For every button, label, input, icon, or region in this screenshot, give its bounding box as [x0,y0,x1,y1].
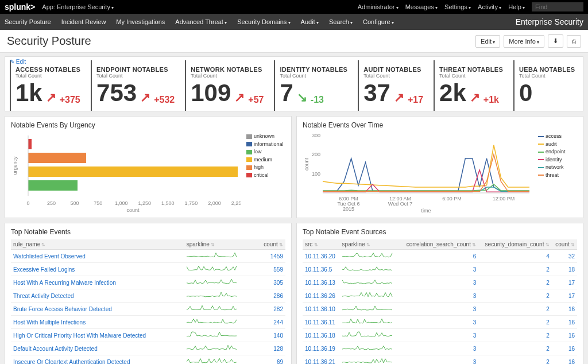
sparkline-cell [340,303,400,316]
nav-configure[interactable]: Configure [363,18,394,25]
col-header[interactable]: correlation_search_count [400,239,479,250]
logo[interactable]: splunk> [5,2,35,11]
rule-name[interactable]: Host With Multiple Infections [11,316,184,329]
table-row[interactable]: Insecure Or Cleartext Authentication Det… [11,355,285,365]
col-header[interactable]: src [303,239,340,250]
src-cell[interactable]: 10.11.36.21 [303,355,340,365]
kpi-card[interactable]: AUDIT NOTABLES Total Count 37 ↗ +17 [358,60,423,111]
src-cell[interactable]: 10.11.36.11 [303,316,340,329]
download-icon[interactable]: ⬇ [548,34,563,48]
table-row[interactable]: 10.11.36.10 3 2 16 [303,303,577,316]
table-row[interactable]: Host With A Recurring Malware Infection … [11,276,285,289]
src-cell[interactable]: 10.11.36.26 [303,289,340,303]
table-top-events: Top Notable Events rule_namesparklinecou… [5,223,292,364]
rule-name[interactable]: Threat Activity Detected [11,289,184,303]
table-row[interactable]: 10.11.36.20 6 4 32 [303,250,577,263]
rule-name[interactable]: Excessive Failed Logins [11,263,184,276]
table-row[interactable]: 10.11.36.19 3 2 16 [303,342,577,355]
top-activity[interactable]: Activity [478,3,501,10]
table-row[interactable]: 10.11.36.21 3 2 16 [303,355,577,365]
kpi-value: 2k [439,81,466,105]
top-help[interactable]: Help [508,3,525,10]
kpi-card[interactable]: ENDPOINT NOTABLES Total Count 753 ↗ +532 [91,60,175,111]
table-row[interactable]: 10.11.36.13 3 2 17 [303,276,577,289]
chart-overtime[interactable]: Notable Events Over Time 100200300count6… [296,116,583,218]
svg-text:1,750: 1,750 [185,200,198,206]
app-navbar: Security Posture Incident Review My Inve… [0,14,588,30]
rule-name[interactable]: Insecure Or Cleartext Authentication Det… [11,355,184,365]
sparkline-cell [340,250,400,263]
table-row[interactable]: High Or Critical Priority Host With Malw… [11,329,285,342]
kpi-title: ACCESS NOTABLES [16,66,80,73]
print-icon[interactable]: ⎙ [567,35,581,48]
trend-arrow-icon: ↗ [234,90,245,105]
top-admin[interactable]: Administrator [358,3,399,10]
table-row[interactable]: 10.11.36.5 3 2 18 [303,263,577,276]
sdc-cell: 2 [478,342,552,355]
table-row[interactable]: Threat Activity Detected 286 [11,289,285,303]
more-info-button[interactable]: More Info [504,35,544,48]
top-messages[interactable]: Messages [405,3,438,10]
sparkline-cell [184,263,256,276]
table-row[interactable]: 10.11.36.11 3 2 16 [303,316,577,329]
src-cell[interactable]: 10.11.36.20 [303,250,340,263]
col-header[interactable]: security_domain_count [478,239,552,250]
kpi-delta: +375 [60,95,80,105]
table-row[interactable]: Host With Multiple Infections 244 [11,316,285,329]
count-cell: 140 [255,329,285,342]
rule-name[interactable]: Brute Force Access Behavior Detected [11,303,184,316]
edit-panel-link[interactable]: ✎ Edit [10,59,26,65]
trend-arrow-icon: ↗ [470,90,480,105]
table-row[interactable]: Brute Force Access Behavior Detected 282 [11,303,285,316]
kpi-card[interactable]: NETWORK NOTABLES Total Count 109 ↗ +57 [185,60,264,111]
nav-my-investigations[interactable]: My Investigations [116,18,165,25]
app-switcher[interactable]: App: Enterprise Security [42,3,114,10]
svg-text:urgency: urgency [12,156,18,175]
table-row[interactable]: Default Account Activity Detected 128 [11,342,285,355]
kpi-value: 7 [280,81,293,105]
col-header[interactable]: count [255,239,285,250]
kpi-card[interactable]: ACCESS NOTABLES Total Count 1k ↗ +375 [10,60,80,111]
src-cell[interactable]: 10.11.36.13 [303,276,340,289]
nav-security-domains[interactable]: Security Domains [237,18,290,25]
src-cell[interactable]: 10.11.36.5 [303,263,340,276]
chart-urgency[interactable]: Notable Events By Urgency 02505007501,00… [5,116,292,218]
find-input[interactable] [532,2,583,11]
chart-overtime-legend: accessauditendpointidentitynetworkthreat [538,133,566,213]
kpi-value: 0 [519,81,532,105]
src-cell[interactable]: 10.11.36.10 [303,303,340,316]
nav-audit[interactable]: Audit [301,18,319,25]
rule-name[interactable]: High Or Critical Priority Host With Malw… [11,329,184,342]
src-cell[interactable]: 10.11.36.18 [303,329,340,342]
kpi-value: 37 [363,81,390,105]
src-cell[interactable]: 10.11.36.19 [303,342,340,355]
svg-text:2,250: 2,250 [231,200,241,206]
csc-cell: 3 [400,276,479,289]
edit-button[interactable]: Edit [475,35,500,48]
table-row[interactable]: Watchlisted Event Observed 1459 [11,250,285,263]
col-header[interactable]: rule_name [11,239,184,250]
rule-name[interactable]: Host With A Recurring Malware Infection [11,276,184,289]
svg-text:0: 0 [26,200,29,206]
rule-name[interactable]: Watchlisted Event Observed [11,250,184,263]
nav-search[interactable]: Search [329,18,353,25]
top-settings[interactable]: Settings [444,3,471,10]
table-row[interactable]: Excessive Failed Logins 559 [11,263,285,276]
nav-security-posture[interactable]: Security Posture [5,18,51,25]
kpi-card[interactable]: UEBA NOTABLES Total Count 0 [513,60,575,111]
nav-incident-review[interactable]: Incident Review [61,18,106,25]
kpi-card[interactable]: THREAT NOTABLES Total Count 2k ↗ +1k [434,60,503,111]
table-row[interactable]: 10.11.36.18 3 2 16 [303,329,577,342]
sparkline-cell [184,342,256,355]
col-header[interactable]: count [552,239,577,250]
table-row[interactable]: 10.11.36.26 3 2 17 [303,289,577,303]
nav-advanced-threat[interactable]: Advanced Threat [175,18,227,25]
csc-cell: 3 [400,316,479,329]
col-header[interactable]: sparkline [340,239,400,250]
kpi-card[interactable]: IDENTITY NOTABLES Total Count 7 ↘ -13 [274,60,347,111]
rule-name[interactable]: Default Account Activity Detected [11,342,184,355]
col-header[interactable]: sparkline [184,239,256,250]
csc-cell: 3 [400,289,479,303]
kpi-title: NETWORK NOTABLES [191,66,264,73]
kpi-title: ENDPOINT NOTABLES [96,66,175,73]
